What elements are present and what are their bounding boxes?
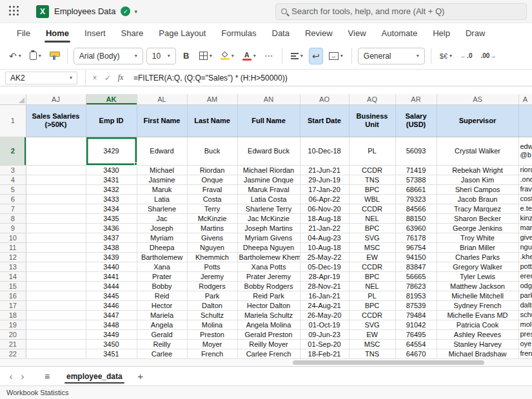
cell-A14[interactable]: erem (518, 271, 532, 281)
row-header-1[interactable]: 1 (0, 104, 26, 137)
cell-AN20[interactable]: Gerald Preston (237, 329, 300, 339)
cell-A20[interactable]: prest (518, 329, 532, 339)
insert-function-icon[interactable]: fx (114, 73, 127, 83)
row-header-20[interactable]: 20 (0, 329, 26, 339)
row-header-4[interactable]: 4 (0, 175, 26, 184)
header-cell-AJ1[interactable]: Sales Salaries (>50K) (26, 104, 86, 137)
more-font-options-button[interactable]: ⋯ (262, 48, 276, 64)
cell-AJ15[interactable] (26, 281, 86, 291)
cell-AR4[interactable]: 57388 (395, 175, 437, 184)
row-header-16[interactable]: 16 (0, 291, 26, 300)
cell-AR17[interactable]: 87539 (395, 300, 437, 310)
cell-AS11[interactable]: Brian Miller (437, 242, 518, 252)
cell-AN16[interactable]: Reid Park (237, 291, 300, 300)
cell-AN3[interactable]: Michael Riordan (237, 165, 300, 175)
cell-AQ6[interactable]: WBL (349, 194, 395, 204)
cell-AJ2[interactable] (26, 137, 86, 165)
cell-A7[interactable]: e.te (518, 204, 532, 213)
cell-AN7[interactable]: Sharlene Terry (237, 204, 300, 213)
menu-draw[interactable]: Draw (458, 23, 493, 43)
cell-AJ13[interactable] (26, 262, 86, 271)
row-header-8[interactable]: 8 (0, 213, 26, 223)
header-cell-AS1[interactable]: Supervisor (437, 104, 518, 137)
all-sheets-menu-icon[interactable]: ≡ (40, 371, 54, 382)
cell-AQ13[interactable]: CCDR (349, 262, 395, 271)
cell-AK3[interactable]: 3430 (86, 165, 137, 175)
cell-A17[interactable]: dalto (518, 300, 532, 310)
cell-AN18[interactable]: Mariela Schultz (237, 310, 300, 320)
cell-AQ22[interactable]: TNS (349, 349, 395, 358)
cell-AQ16[interactable]: PL (349, 291, 395, 300)
cell-AK2[interactable]: 3429 (86, 137, 137, 165)
cell-AR16[interactable]: 81953 (395, 291, 437, 300)
cell-AN2[interactable]: Edward Buck (237, 137, 300, 165)
cell-AS21[interactable]: Stanley Harvey (437, 339, 518, 349)
cell-AJ14[interactable] (26, 271, 86, 281)
cell-AR10[interactable]: 76178 (395, 233, 437, 242)
cell-AS12[interactable]: Charles Parks (437, 252, 518, 262)
cell-AM6[interactable]: Costa (187, 194, 237, 204)
cell-AQ12[interactable]: EW (349, 252, 395, 262)
undo-button[interactable]: ↶ ▾ (6, 48, 24, 64)
fill-handle[interactable] (134, 162, 137, 166)
cell-AO15[interactable]: 28-Nov-21 (300, 281, 349, 291)
cell-AL16[interactable]: Reid (137, 291, 187, 300)
sheet-nav-next-button[interactable]: › (17, 371, 28, 382)
cell-AM22[interactable]: French (187, 349, 237, 358)
column-header-AL[interactable]: AL (137, 94, 187, 104)
cell-AK10[interactable]: 3437 (86, 233, 137, 242)
cell-AM4[interactable]: Onque (187, 175, 237, 184)
cell-AS15[interactable]: Matthew Jackson (437, 281, 518, 291)
row-header-7[interactable]: 7 (0, 204, 26, 213)
cell-AN9[interactable]: Joseph Martins (237, 223, 300, 233)
enter-icon[interactable]: ✓ (101, 73, 114, 83)
header-cell-AM1[interactable]: Last Name (187, 104, 237, 137)
cell-AR15[interactable]: 78623 (395, 281, 437, 291)
cell-AN10[interactable]: Myriam Givens (237, 233, 300, 242)
row-header-18[interactable]: 18 (0, 310, 26, 320)
fill-color-button[interactable]: ▾ (218, 48, 237, 64)
row-header-9[interactable]: 9 (0, 223, 26, 233)
sheet-tab-employee-data[interactable]: employee_data (59, 367, 130, 385)
row-header-19[interactable]: 19 (0, 320, 26, 329)
cell-AS10[interactable]: Troy White (437, 233, 518, 242)
cell-AM14[interactable]: Jeremy (187, 271, 237, 281)
cell-A2[interactable]: edw @b (518, 137, 532, 165)
cell-AQ15[interactable]: NEL (349, 281, 395, 291)
menu-data[interactable]: Data (264, 23, 297, 43)
cell-AJ22[interactable] (26, 349, 86, 358)
cell-AS5[interactable]: Sheri Campos (437, 184, 518, 194)
cell-AO21[interactable]: 01-Sep-20 (300, 339, 349, 349)
cell-AJ5[interactable] (26, 184, 86, 194)
cell-AN11[interactable]: Dheepa Nguyen (237, 242, 300, 252)
cell-AR3[interactable]: 71419 (395, 165, 437, 175)
cell-AL4[interactable]: Jasmine (137, 175, 187, 184)
saved-status-icon[interactable]: ✓ (121, 6, 130, 16)
column-header-AK[interactable]: AK (86, 94, 137, 104)
cell-A5[interactable]: frav (518, 184, 532, 194)
cell-AR18[interactable]: 79484 (395, 310, 437, 320)
cell-AQ17[interactable]: BPC (349, 300, 395, 310)
cell-AJ16[interactable] (26, 291, 86, 300)
title-chevron-icon[interactable]: ▾ (134, 8, 137, 15)
cell-AL3[interactable]: Michael (137, 165, 187, 175)
cell-AL17[interactable]: Hector (137, 300, 187, 310)
row-header-12[interactable]: 12 (0, 252, 26, 262)
cell-AK7[interactable]: 3434 (86, 204, 137, 213)
cell-AK13[interactable]: 3440 (86, 262, 137, 271)
menu-insert[interactable]: Insert (77, 23, 113, 43)
cell-AQ10[interactable]: SVG (349, 233, 395, 242)
cell-AL10[interactable]: Myriam (137, 233, 187, 242)
cell-AK19[interactable]: 3448 (86, 320, 137, 329)
cell-AN19[interactable]: Angela Molina (237, 320, 300, 329)
alignment-button[interactable]: ▾ (288, 48, 306, 64)
cell-AK16[interactable]: 3445 (86, 291, 137, 300)
cell-AR19[interactable]: 91042 (395, 320, 437, 329)
cell-AN12[interactable]: Bartholemew Khemmich (237, 252, 300, 262)
cell-AM19[interactable]: Molina (187, 320, 237, 329)
cell-AL2[interactable]: Edward (137, 137, 187, 165)
cell-AJ9[interactable] (26, 223, 86, 233)
cell-AO13[interactable]: 05-Dec-19 (300, 262, 349, 271)
cell-AM13[interactable]: Potts (187, 262, 237, 271)
name-box[interactable]: AK2 ▾ (5, 72, 77, 84)
